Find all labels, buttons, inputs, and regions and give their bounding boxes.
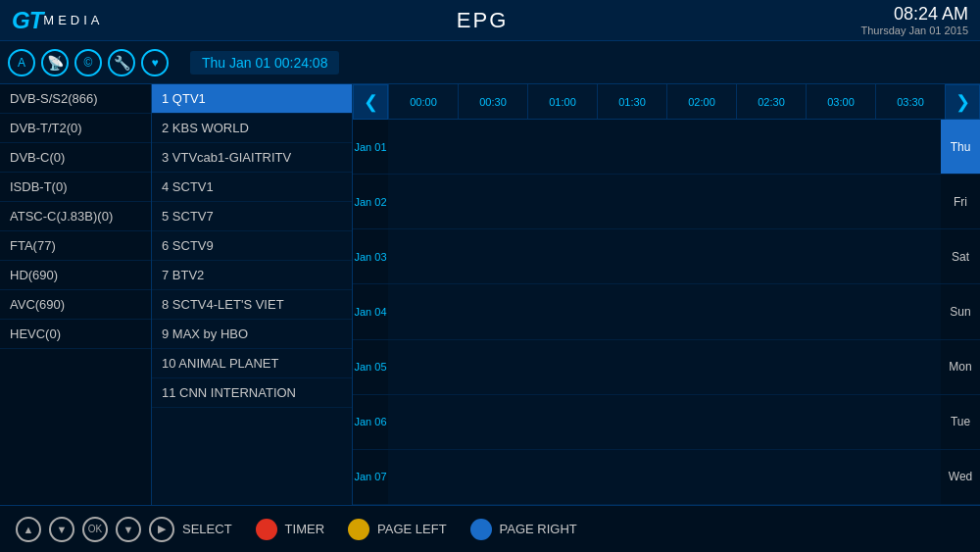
- footer-timer: TIMER: [256, 519, 324, 540]
- footer-page-right-label: PAGE RIGHT: [500, 522, 577, 536]
- day-btn-sun[interactable]: Sun: [941, 284, 980, 339]
- epg-row-2: [388, 229, 941, 284]
- sidebar-item-6[interactable]: HD(690): [0, 261, 151, 290]
- channel-item-0[interactable]: 1 QTV1: [152, 84, 352, 114]
- time-slot-4: 02:00: [666, 84, 736, 119]
- nav-arrow-left[interactable]: ❮: [353, 84, 388, 120]
- sidebar-item-1[interactable]: DVB-T/T2(0): [0, 114, 151, 143]
- clock: 08:24 AM Thursday Jan 01 2015: [861, 4, 968, 36]
- channel-list: 1 QTV12 KBS WORLD3 VTVcab1-GIAITRITV4 SC…: [152, 84, 353, 505]
- footer-select-label: SELECT: [182, 522, 232, 536]
- epg-area: ❮ 00:0000:3001:0001:3002:0002:3003:0003:…: [353, 84, 980, 505]
- footer-down-icon[interactable]: ▼: [49, 517, 74, 542]
- epg-row-0: [388, 120, 941, 175]
- icon-a[interactable]: A: [8, 49, 35, 76]
- date-label-1: Jan 02: [353, 175, 388, 229]
- epg-row-1: [388, 175, 941, 229]
- time-slot-6: 03:00: [806, 84, 875, 119]
- date-label-6: Jan 07: [353, 450, 388, 505]
- nav-arrow-right[interactable]: ❯: [945, 84, 980, 120]
- icon-signal[interactable]: 📡: [41, 49, 69, 76]
- date-label-5: Jan 06: [353, 395, 388, 450]
- time-slot-1: 00:30: [458, 84, 527, 119]
- icon-network[interactable]: 🔧: [108, 49, 135, 76]
- channel-item-6[interactable]: 7 BTV2: [152, 261, 352, 290]
- sidebar-item-8[interactable]: HEVC(0): [0, 320, 151, 349]
- channel-item-1[interactable]: 2 KBS WORLD: [152, 114, 352, 143]
- epg-row-5: [388, 395, 941, 450]
- sidebar-item-7[interactable]: AVC(690): [0, 290, 151, 320]
- date-label-0: Jan 01: [353, 120, 388, 175]
- page-title: EPG: [457, 8, 508, 33]
- logo-media: MEDIA: [43, 13, 103, 27]
- icon-heart[interactable]: ♥: [141, 49, 169, 76]
- time-nav: ❮ 00:0000:3001:0001:3002:0002:3003:0003:…: [353, 84, 980, 120]
- icons-bar: A 📡 © 🔧 ♥ Thu Jan 01 00:24:08: [0, 41, 980, 84]
- channel-item-2[interactable]: 3 VTVcab1-GIAITRITV: [152, 143, 352, 173]
- epg-content: [388, 120, 941, 505]
- footer-ok-icon[interactable]: OK: [82, 517, 108, 542]
- date-label-3: Jan 04: [353, 284, 388, 339]
- day-buttons: ThuFriSatSunMonTueWed: [941, 120, 980, 505]
- footer-up-icon[interactable]: ▲: [16, 517, 41, 542]
- day-btn-tue[interactable]: Tue: [941, 395, 980, 450]
- epg-rows: Jan 01Jan 02Jan 03Jan 04Jan 05Jan 06Jan …: [353, 120, 980, 505]
- epg-row-6: [388, 450, 941, 505]
- sidebar-item-2[interactable]: DVB-C(0): [0, 143, 151, 173]
- day-btn-sat[interactable]: Sat: [941, 229, 980, 284]
- main-area: DVB-S/S2(866)DVB-T/T2(0)DVB-C(0)ISDB-T(0…: [0, 84, 980, 505]
- channel-item-10[interactable]: 11 CNN INTERNATION: [152, 378, 352, 408]
- logo: GTMEDIA: [12, 7, 104, 34]
- dot-blue: [470, 519, 492, 540]
- date-label-4: Jan 05: [353, 340, 388, 395]
- channel-item-8[interactable]: 9 MAX by HBO: [152, 320, 352, 349]
- epg-row-3: [388, 284, 941, 339]
- day-btn-wed[interactable]: Wed: [941, 450, 980, 505]
- channel-item-7[interactable]: 8 SCTV4-LET'S VIET: [152, 290, 352, 320]
- time-slot-7: 03:30: [875, 84, 945, 119]
- channel-item-4[interactable]: 5 SCTV7: [152, 202, 352, 231]
- footer: ▲ ▼ OK ▼ ▶ SELECT TIMER PAGE LEFT PAGE R…: [0, 505, 980, 552]
- epg-row-4: [388, 340, 941, 395]
- footer-down2-icon[interactable]: ▼: [116, 517, 141, 542]
- sidebar-item-4[interactable]: ATSC-C(J.83B)(0): [0, 202, 151, 231]
- header: GTMEDIA EPG 08:24 AM Thursday Jan 01 201…: [0, 0, 980, 41]
- time-slot-0: 00:00: [388, 84, 458, 119]
- footer-right-icon[interactable]: ▶: [149, 517, 174, 542]
- day-btn-mon[interactable]: Mon: [941, 340, 980, 395]
- sidebar: DVB-S/S2(866)DVB-T/T2(0)DVB-C(0)ISDB-T(0…: [0, 84, 152, 505]
- channel-item-3[interactable]: 4 SCTV1: [152, 173, 352, 202]
- logo-gt: GT: [12, 7, 42, 34]
- datetime-display: Thu Jan 01 00:24:08: [190, 51, 339, 75]
- day-btn-thu[interactable]: Thu: [941, 120, 980, 175]
- footer-page-left: PAGE LEFT: [348, 519, 447, 540]
- dot-yellow: [348, 519, 369, 540]
- channel-item-9[interactable]: 10 ANIMAL PLANET: [152, 349, 352, 378]
- footer-page-left-label: PAGE LEFT: [377, 522, 447, 536]
- day-btn-fri[interactable]: Fri: [941, 175, 980, 229]
- dot-red: [256, 519, 277, 540]
- time-slot-5: 02:30: [736, 84, 806, 119]
- icon-copyright[interactable]: ©: [74, 49, 102, 76]
- date-label-2: Jan 03: [353, 229, 388, 284]
- date-labels: Jan 01Jan 02Jan 03Jan 04Jan 05Jan 06Jan …: [353, 120, 388, 505]
- time-slot-2: 01:00: [527, 84, 597, 119]
- clock-time: 08:24 AM: [861, 4, 968, 25]
- channel-item-5[interactable]: 6 SCTV9: [152, 231, 352, 261]
- time-slot-3: 01:30: [597, 84, 666, 119]
- clock-date: Thursday Jan 01 2015: [861, 25, 968, 36]
- sidebar-item-5[interactable]: FTA(77): [0, 231, 151, 261]
- time-slots: 00:0000:3001:0001:3002:0002:3003:0003:30: [388, 84, 945, 119]
- sidebar-item-3[interactable]: ISDB-T(0): [0, 173, 151, 202]
- sidebar-item-0[interactable]: DVB-S/S2(866): [0, 84, 151, 114]
- footer-timer-label: TIMER: [285, 522, 324, 536]
- footer-nav-icons: ▲ ▼ OK ▼ ▶ SELECT: [16, 517, 232, 542]
- footer-page-right: PAGE RIGHT: [470, 519, 577, 540]
